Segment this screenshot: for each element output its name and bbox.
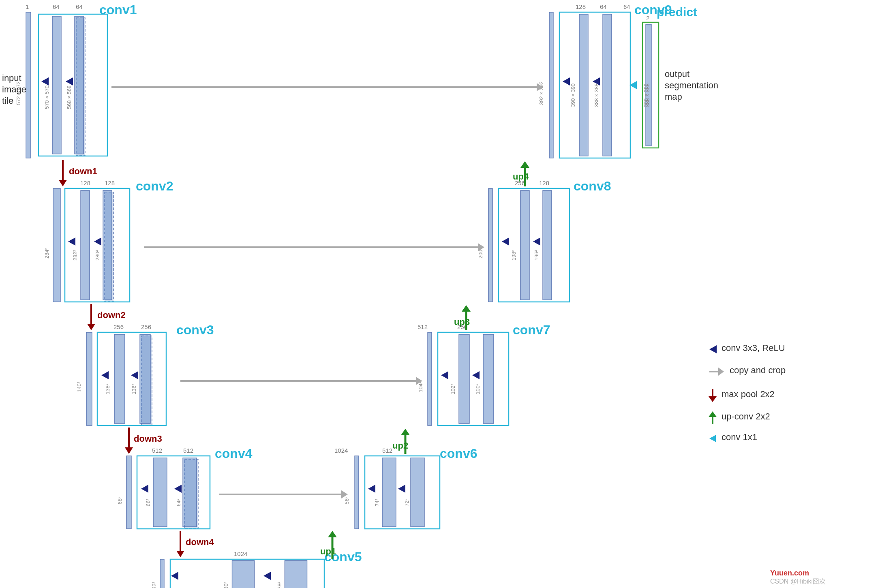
unet-diagram: { "title": "U-Net Architecture Diagram",… [0,0,880,588]
